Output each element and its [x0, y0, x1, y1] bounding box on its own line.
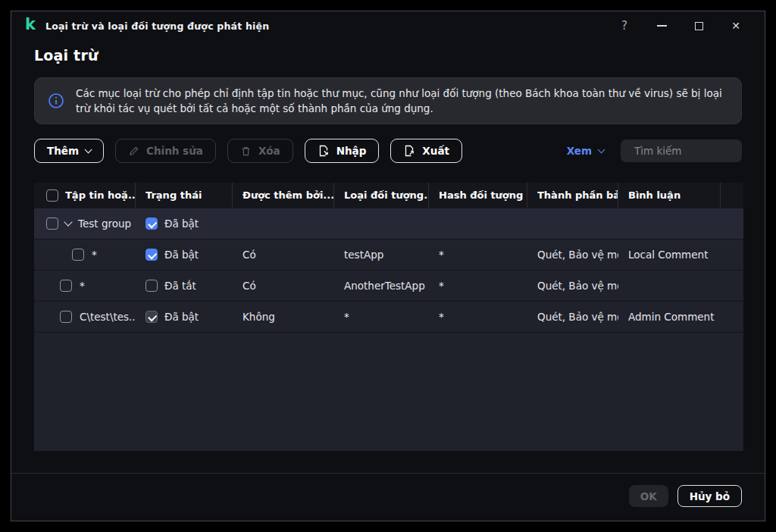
hash-cell: * [429, 239, 527, 270]
status-label: Đã tắt [164, 280, 196, 292]
footer: OK Hủy bỏ [11, 473, 765, 521]
select-all-checkbox[interactable] [46, 189, 58, 202]
maximize-icon [695, 22, 703, 30]
object-type-cell: AnotherTestApp [334, 271, 429, 301]
column-header-spacer [721, 183, 743, 208]
comment-cell [618, 271, 721, 301]
table-row[interactable]: * Đã bật Có testApp * Quét, Bảo vệ mố...… [34, 239, 743, 270]
column-header-status[interactable]: Trạng thái [136, 183, 233, 208]
table-row[interactable]: * Đã tắt Có AnotherTestApp * Quét, Bảo v… [34, 270, 743, 301]
added-by-cell: Có [233, 271, 334, 301]
file-name: * [80, 280, 85, 292]
row-select-checkbox[interactable] [60, 311, 72, 323]
column-header-comment[interactable]: Bình luận [618, 183, 721, 208]
window-controls: ? ✕ [618, 20, 751, 32]
status-cell: Đã bật [136, 208, 233, 239]
component-cell: Quét, Bảo vệ mố... [527, 271, 618, 301]
row-select-checkbox[interactable] [46, 217, 58, 230]
close-button[interactable]: ✕ [730, 20, 742, 32]
export-button[interactable]: Xuất [390, 139, 462, 163]
help-button[interactable]: ? [618, 20, 630, 32]
chevron-down-icon [85, 146, 92, 153]
status-checkbox[interactable] [146, 249, 158, 261]
group-expand-chevron-icon[interactable] [64, 217, 72, 226]
import-button[interactable]: Nhập [305, 139, 380, 163]
screen: k Loại trừ và loại đối tượng được phát h… [0, 0, 776, 532]
window-title: Loại trừ và loại đối tượng được phát hiệ… [45, 20, 269, 32]
column-header-hash[interactable]: Hash đối tượng [429, 183, 527, 208]
delete-button[interactable]: Xóa [227, 139, 293, 163]
hash-cell: * [429, 271, 527, 301]
exclusions-window: k Loại trừ và loại đối tượng được phát h… [11, 11, 765, 521]
view-dropdown[interactable]: Xem [567, 145, 604, 157]
object-type-cell: * [334, 302, 429, 332]
component-cell: Quét, Bảo vệ mố... [527, 302, 618, 332]
object-type-cell: testApp [334, 239, 429, 270]
component-cell: Quét, Bảo vệ mố... [527, 239, 618, 270]
info-icon [48, 92, 64, 109]
edit-button[interactable]: Chỉnh sửa [115, 139, 216, 163]
export-icon [403, 145, 415, 157]
added-by-cell: Có [233, 239, 334, 270]
content: Loại trừ Các mục loại trừ cho phép chỉ đ… [11, 40, 765, 473]
search-input[interactable] [634, 145, 764, 157]
banner-text: Các mục loại trừ cho phép chỉ định tập t… [76, 86, 726, 116]
status-checkbox[interactable] [146, 311, 158, 323]
status-cell: Đã bật [136, 239, 233, 270]
comment-cell: Admin Comment [618, 302, 721, 332]
minimize-button[interactable] [656, 20, 668, 32]
page-title: Loại trừ [34, 47, 742, 64]
file-name: C\test\tes... [80, 311, 136, 323]
row-select-checkbox[interactable] [72, 249, 84, 261]
exclusions-table: Tập tin hoặ... Trạng thái Được thêm bởi.… [34, 183, 743, 451]
titlebar: k Loại trừ và loại đối tượng được phát h… [11, 11, 765, 40]
added-by-cell: Không [233, 302, 334, 332]
status-label: Đã bật [164, 311, 199, 323]
table-row[interactable]: C\test\tes... Đã bật Không * * Quét, Bảo… [34, 301, 743, 332]
comment-cell: Local Comment [618, 239, 721, 270]
file-name: * [92, 249, 97, 261]
status-cell: Đã tắt [136, 271, 233, 301]
status-label: Đã bật [164, 249, 199, 261]
status-cell: Đã bật [136, 302, 233, 332]
import-icon [318, 145, 330, 157]
column-header-file[interactable]: Tập tin hoặ... [34, 183, 136, 208]
status-checkbox[interactable] [146, 217, 158, 230]
table-empty-area [34, 332, 743, 451]
status-label: Đã bật [164, 217, 199, 230]
file-cell: C\test\tes... [34, 302, 136, 332]
column-header-added-by[interactable]: Được thêm bởi... [233, 183, 334, 208]
pencil-icon [128, 146, 139, 157]
column-header-object-type[interactable]: Loại đối tượng... [334, 183, 429, 208]
table-header-row: Tập tin hoặ... Trạng thái Được thêm bởi.… [34, 183, 743, 208]
minimize-icon [657, 25, 667, 27]
add-button[interactable]: Thêm [34, 139, 104, 163]
chevron-down-icon [598, 146, 605, 153]
kaspersky-logo-icon: k [25, 17, 36, 33]
cancel-button[interactable]: Hủy bỏ [677, 485, 742, 507]
row-select-checkbox[interactable] [60, 280, 72, 292]
table-row[interactable]: Test group Đã bật [34, 208, 743, 239]
info-banner: Các mục loại trừ cho phép chỉ định tập t… [34, 77, 742, 124]
file-cell: * [34, 239, 136, 270]
status-checkbox[interactable] [146, 280, 158, 292]
column-header-component[interactable]: Thành phần bả... [527, 183, 618, 208]
trash-icon [240, 146, 252, 157]
file-cell: * [34, 271, 136, 301]
search-box[interactable] [621, 139, 742, 162]
hash-cell: * [429, 302, 527, 332]
ok-button[interactable]: OK [629, 485, 668, 507]
maximize-button[interactable] [693, 20, 705, 32]
group-name: Test group [78, 217, 131, 230]
toolbar-right: Xem [567, 139, 742, 162]
file-cell: Test group [34, 208, 136, 239]
toolbar: Thêm Chỉnh sửa Xóa [34, 139, 742, 163]
